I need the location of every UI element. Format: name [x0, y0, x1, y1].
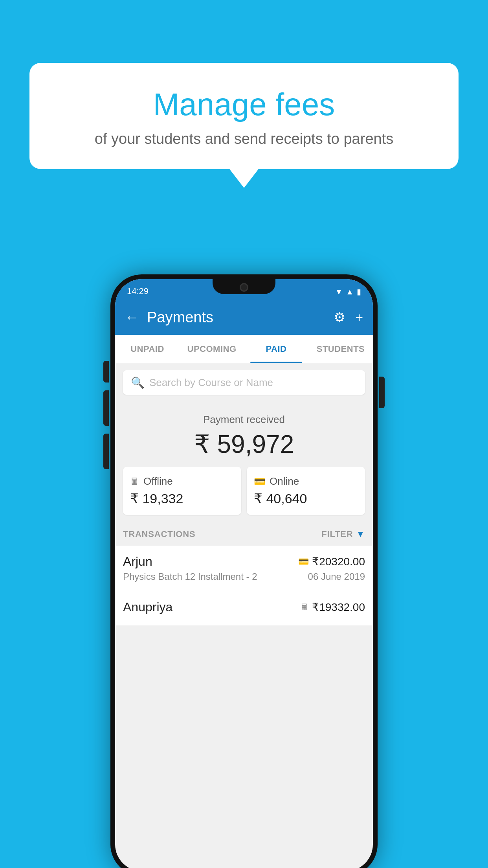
online-amount: ₹ 40,640: [254, 491, 358, 506]
online-payment-card: 💳 Online ₹ 40,640: [247, 467, 365, 515]
app-bar-actions: ⚙ +: [334, 309, 363, 325]
status-time: 14:29: [127, 286, 149, 296]
offline-payment-card: 🖩 Offline ₹ 19,332: [123, 467, 241, 515]
add-button[interactable]: +: [355, 310, 363, 325]
transaction-date-1: 06 June 2019: [308, 571, 365, 582]
online-icon: 💳: [254, 476, 266, 487]
transaction-amount-row-1: 💳 ₹20320.00: [298, 555, 365, 568]
payment-cards: 🖩 Offline ₹ 19,332 💳 Online ₹ 40,640: [115, 467, 373, 523]
transaction-name-2: Anupriya: [123, 600, 172, 614]
transaction-amount-row-2: 🖩 ₹19332.00: [300, 601, 365, 614]
background: Manage fees of your students and send re…: [0, 0, 488, 868]
payment-received-label: Payment received: [123, 414, 365, 426]
volume-down-button: [103, 434, 109, 469]
filter-icon: ▼: [356, 529, 365, 539]
transactions-header: TRANSACTIONS FILTER ▼: [115, 523, 373, 546]
search-placeholder: Search by Course or Name: [149, 377, 273, 389]
manage-fees-subtitle: of your students and send receipts to pa…: [49, 131, 439, 147]
tab-students[interactable]: STUDENTS: [308, 335, 373, 363]
offline-icon: 🖩: [130, 476, 139, 487]
tab-paid[interactable]: PAID: [244, 335, 308, 363]
transaction-desc-1: Physics Batch 12 Installment - 2: [123, 571, 257, 582]
transaction-amount-1: ₹20320.00: [312, 555, 365, 568]
phone-camera: [240, 283, 248, 292]
status-icons: ▼ ▲ ▮: [335, 287, 361, 296]
tabs: UNPAID UPCOMING PAID STUDENTS: [115, 335, 373, 363]
phone-frame: 14:29 ▼ ▲ ▮ ← Payments ⚙ + UNPAID: [110, 274, 378, 868]
app-bar-title: Payments: [147, 309, 326, 326]
speech-bubble: Manage fees of your students and send re…: [29, 63, 459, 169]
transaction-item-arjun[interactable]: Arjun 💳 ₹20320.00 Physics Batch 12 Insta…: [115, 546, 373, 591]
power-button: [379, 377, 385, 408]
search-bar[interactable]: 🔍 Search by Course or Name: [123, 370, 365, 395]
tab-upcoming[interactable]: UPCOMING: [180, 335, 244, 363]
volume-up-button: [103, 390, 109, 426]
signal-icon: ▲: [346, 287, 354, 296]
settings-button[interactable]: ⚙: [334, 309, 345, 325]
payment-received-section: Payment received ₹ 59,972: [115, 402, 373, 467]
manage-fees-title: Manage fees: [49, 86, 439, 123]
offline-label: Offline: [143, 475, 173, 487]
payment-total-amount: ₹ 59,972: [123, 430, 365, 459]
transactions-label: TRANSACTIONS: [123, 529, 195, 539]
filter-button[interactable]: FILTER ▼: [321, 529, 365, 539]
offline-amount: ₹ 19,332: [130, 491, 234, 506]
tab-unpaid[interactable]: UNPAID: [115, 335, 180, 363]
phone-notch: [213, 279, 275, 294]
filter-label: FILTER: [321, 529, 353, 539]
transaction-item-anupriya[interactable]: Anupriya 🖩 ₹19332.00: [115, 591, 373, 626]
content-area: 🔍 Search by Course or Name Payment recei…: [115, 370, 373, 626]
back-button[interactable]: ←: [125, 309, 139, 326]
card-payment-icon-1: 💳: [298, 557, 309, 567]
app-bar: ← Payments ⚙ +: [115, 300, 373, 335]
wifi-icon: ▼: [335, 287, 343, 296]
offline-payment-icon-2: 🖩: [300, 602, 309, 612]
phone-screen: 14:29 ▼ ▲ ▮ ← Payments ⚙ + UNPAID: [115, 279, 373, 868]
transaction-name-1: Arjun: [123, 554, 152, 569]
online-label: Online: [270, 475, 299, 487]
search-icon: 🔍: [131, 376, 145, 389]
transaction-amount-2: ₹19332.00: [312, 601, 365, 614]
mute-button: [103, 361, 109, 383]
battery-icon: ▮: [357, 287, 361, 296]
